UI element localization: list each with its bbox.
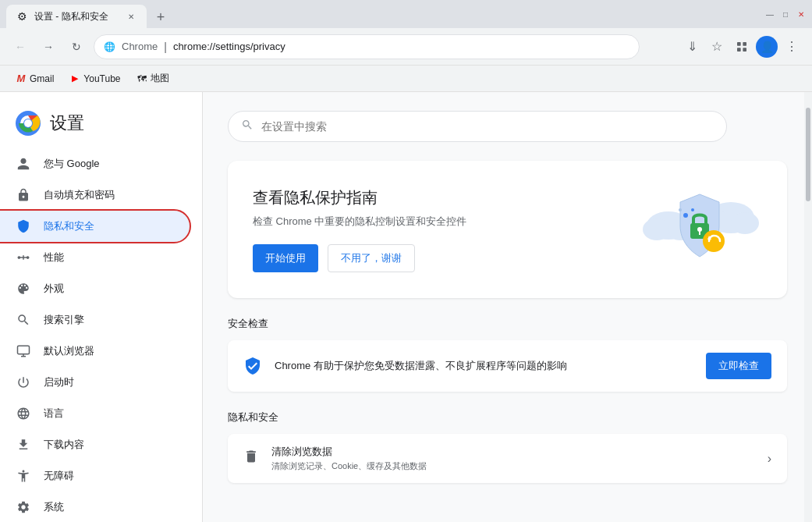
sidebar-item-performance-label: 性能 xyxy=(44,250,64,265)
content-area: 查看隐私保护指南 检查 Chrome 中重要的隐私控制设置和安全控件 开始使用 … xyxy=(203,92,812,522)
security-icon: 🌐 xyxy=(104,41,115,52)
bookmark-youtube-label: YouTube xyxy=(83,73,120,84)
safety-check-section-title: 安全检查 xyxy=(228,317,787,331)
sidebar-item-accessibility-label: 无障碍 xyxy=(44,469,74,483)
toolbar-actions: ⇓ ☆ 👤 ⋮ xyxy=(681,36,803,58)
sidebar-item-system-label: 系统 xyxy=(44,500,64,514)
gmail-favicon: M xyxy=(16,73,27,84)
refresh-button[interactable]: ↻ xyxy=(66,36,87,58)
search-icon xyxy=(16,312,31,328)
sidebar-item-appearance[interactable]: 外观 xyxy=(0,273,190,304)
tab-close-button[interactable]: ✕ xyxy=(125,10,137,23)
privacy-guide-card: 查看隐私保护指南 检查 Chrome 中重要的隐私控制设置和安全控件 开始使用 … xyxy=(228,161,787,298)
sidebar-item-accessibility[interactable]: 无障碍 xyxy=(0,460,190,492)
shield-illustration xyxy=(637,183,762,276)
clear-browsing-title: 清除浏览数据 xyxy=(271,445,755,459)
bookmark-youtube[interactable]: ▶ YouTube xyxy=(63,70,126,87)
shield-icon xyxy=(16,218,31,234)
scrollbar-thumb[interactable] xyxy=(806,108,810,201)
privacy-security-section: 隐私和安全 清除浏览数据 清除浏览记录、Cookie、缓存及其他数据 › xyxy=(228,410,787,483)
maximize-button[interactable]: □ xyxy=(781,9,790,19)
share-button[interactable]: ⇓ xyxy=(681,36,703,58)
main-layout: 设置 您与 Google 自动填充和密码 隐私和安全 性能 xyxy=(0,92,812,522)
addressbar: ← → ↻ 🌐 Chrome | chrome://settings/priva… xyxy=(0,28,812,66)
svg-point-16 xyxy=(731,212,759,234)
bookmarks-bar: M Gmail ▶ YouTube 🗺 地图 xyxy=(0,66,812,92)
svg-rect-2 xyxy=(737,48,741,51)
person-icon xyxy=(16,156,31,172)
safety-check-description: Chrome 有助于保护您免受数据泄露、不良扩展程序等问题的影响 xyxy=(275,359,693,373)
sidebar: 设置 您与 Google 自动填充和密码 隐私和安全 性能 xyxy=(0,92,203,522)
sidebar-item-default-browser[interactable]: 默认浏览器 xyxy=(0,336,190,367)
privacy-section-title: 隐私和安全 xyxy=(228,410,787,424)
svg-point-7 xyxy=(24,119,32,127)
svg-rect-1 xyxy=(743,42,746,46)
svg-point-22 xyxy=(683,213,688,218)
svg-rect-8 xyxy=(18,346,30,354)
key-icon xyxy=(16,187,31,203)
forward-button[interactable]: → xyxy=(37,36,59,58)
address-bar[interactable]: 🌐 Chrome | chrome://settings/privacy xyxy=(94,34,640,59)
sidebar-item-language[interactable]: 语言 xyxy=(0,398,190,429)
sidebar-item-performance[interactable]: 性能 xyxy=(0,242,190,273)
address-url: chrome://settings/privacy xyxy=(173,41,285,52)
chrome-logo-icon xyxy=(16,111,41,136)
tab-title: 设置 - 隐私和安全 xyxy=(34,10,119,23)
language-icon xyxy=(16,406,31,421)
new-tab-button[interactable]: + xyxy=(150,6,172,28)
guide-start-button[interactable]: 开始使用 xyxy=(253,244,318,272)
sidebar-item-downloads[interactable]: 下载内容 xyxy=(0,429,190,460)
svg-point-20 xyxy=(703,230,725,252)
settings-search-bar[interactable] xyxy=(228,111,727,142)
sidebar-item-default-browser-label: 默认浏览器 xyxy=(44,344,94,358)
sidebar-header: 设置 xyxy=(0,105,202,148)
clear-browsing-data-item[interactable]: 清除浏览数据 清除浏览记录、Cookie、缓存及其他数据 › xyxy=(228,434,787,483)
sidebar-item-search-engine-label: 搜索引擎 xyxy=(44,313,84,327)
guide-card-description: 检查 Chrome 中重要的隐私控制设置和安全控件 xyxy=(253,215,622,229)
guide-card-content: 查看隐私保护指南 检查 Chrome 中重要的隐私控制设置和安全控件 开始使用 … xyxy=(253,187,622,272)
safety-check-button[interactable]: 立即检查 xyxy=(706,353,771,379)
sidebar-item-autofill[interactable]: 自动填充和密码 xyxy=(0,179,190,211)
svg-rect-0 xyxy=(737,42,741,46)
scrollbar-track[interactable] xyxy=(804,92,812,522)
extensions-button[interactable] xyxy=(731,36,753,58)
bookmark-gmail[interactable]: M Gmail xyxy=(9,70,60,87)
settings-search-input[interactable] xyxy=(261,120,714,133)
guide-skip-button[interactable]: 不用了，谢谢 xyxy=(328,244,415,272)
tab-favicon: ⚙ xyxy=(16,10,28,23)
minimize-button[interactable]: — xyxy=(765,9,775,19)
svg-rect-19 xyxy=(699,231,700,235)
sidebar-item-privacy[interactable]: 隐私和安全 xyxy=(0,211,190,242)
download-icon xyxy=(16,437,31,453)
sidebar-item-google[interactable]: 您与 Google xyxy=(0,148,190,179)
active-tab[interactable]: ⚙ 设置 - 隐私和安全 ✕ xyxy=(6,5,147,28)
svg-point-24 xyxy=(679,208,682,211)
back-button[interactable]: ← xyxy=(9,36,31,58)
bookmark-maps-label: 地图 xyxy=(151,72,169,85)
guide-card-actions: 开始使用 不用了，谢谢 xyxy=(253,244,622,272)
bookmark-button[interactable]: ☆ xyxy=(706,36,728,58)
address-separator: | xyxy=(164,41,167,53)
menu-button[interactable]: ⋮ xyxy=(781,36,803,58)
youtube-favicon: ▶ xyxy=(69,73,80,84)
appearance-icon xyxy=(16,281,31,297)
sidebar-item-system[interactable]: 系统 xyxy=(0,492,190,522)
window-controls: — □ ✕ xyxy=(765,9,806,19)
profile-button[interactable]: 👤 xyxy=(756,36,778,58)
sidebar-item-language-label: 语言 xyxy=(44,407,64,421)
sidebar-item-startup[interactable]: 启动时 xyxy=(0,367,190,398)
sidebar-item-privacy-label: 隐私和安全 xyxy=(44,219,94,233)
sidebar-item-appearance-label: 外观 xyxy=(44,282,64,296)
titlebar: ⚙ 设置 - 隐私和安全 ✕ + — □ ✕ xyxy=(0,0,812,28)
chevron-right-icon: › xyxy=(768,452,771,466)
sidebar-title: 设置 xyxy=(50,112,84,135)
sidebar-item-search[interactable]: 搜索引擎 xyxy=(0,304,190,336)
safety-check-card: Chrome 有助于保护您免受数据泄露、不良扩展程序等问题的影响 立即检查 xyxy=(228,340,787,392)
sidebar-item-google-label: 您与 Google xyxy=(44,157,100,171)
bookmark-gmail-label: Gmail xyxy=(30,73,54,84)
guide-card-title: 查看隐私保护指南 xyxy=(253,187,622,208)
accessibility-icon xyxy=(16,468,31,484)
close-button[interactable]: ✕ xyxy=(796,9,806,19)
sidebar-item-startup-label: 启动时 xyxy=(44,375,74,389)
bookmark-maps[interactable]: 🗺 地图 xyxy=(130,69,176,88)
